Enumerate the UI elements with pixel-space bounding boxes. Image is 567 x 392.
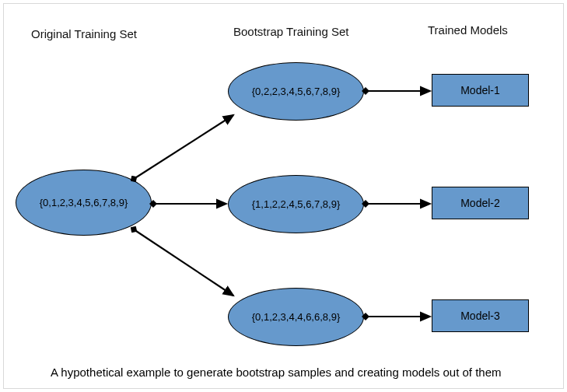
- model-box-2: Model-2: [432, 187, 529, 219]
- original-set-node: {0,1,2,3,4,5,6,7,8,9}: [16, 170, 152, 236]
- model-label-3: Model-3: [460, 310, 500, 322]
- heading-trained: Trained Models: [428, 23, 508, 37]
- heading-original: Original Training Set: [31, 27, 137, 40]
- bootstrap-node-3: {0,1,2,3,4,4,6,6,8,9}: [228, 288, 364, 346]
- bootstrap-label-3: {0,1,2,3,4,4,6,6,8,9}: [252, 311, 341, 323]
- model-label-2: Model-2: [460, 197, 500, 209]
- bootstrap-node-2: {1,1,2,2,4,5,6,7,8,9}: [228, 175, 364, 233]
- heading-bootstrap: Bootstrap Training Set: [233, 25, 348, 38]
- original-set-label: {0,1,2,3,4,5,6,7,8,9}: [40, 197, 128, 208]
- model-label-1: Model-1: [460, 84, 500, 96]
- bootstrap-label-2: {1,1,2,2,4,5,6,7,8,9}: [252, 198, 341, 210]
- bootstrap-label-1: {0,2,2,3,4,5,6,7,8,9}: [252, 86, 341, 97]
- diagram-caption: A hypothetical example to generate boots…: [51, 366, 502, 379]
- model-box-3: Model-3: [432, 299, 529, 332]
- bootstrap-node-1: {0,2,2,3,4,5,6,7,8,9}: [228, 62, 364, 121]
- model-box-1: Model-1: [432, 74, 529, 107]
